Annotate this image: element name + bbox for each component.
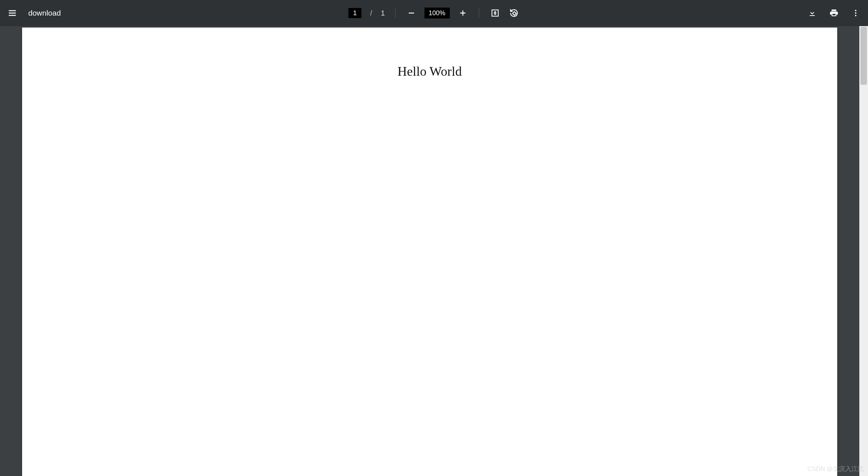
more-vert-icon — [851, 9, 860, 17]
hamburger-icon — [8, 8, 17, 18]
fit-page-icon — [490, 8, 500, 18]
rotate-icon — [509, 8, 519, 18]
plus-icon — [459, 9, 467, 17]
document-viewport[interactable]: Hello World — [0, 26, 859, 476]
zoom-out-button[interactable] — [405, 7, 417, 19]
zoom-in-button[interactable] — [457, 7, 468, 19]
page-total: 1 — [381, 9, 385, 17]
document-title: download — [28, 9, 61, 17]
page-heading: Hello World — [22, 64, 837, 79]
svg-rect-9 — [513, 12, 516, 15]
menu-button[interactable] — [7, 7, 18, 19]
download-button[interactable] — [806, 7, 818, 19]
print-button[interactable] — [828, 7, 840, 19]
svg-point-12 — [855, 15, 856, 16]
svg-point-10 — [855, 10, 856, 11]
fit-to-page-button[interactable] — [489, 7, 501, 19]
divider — [479, 8, 479, 18]
page-number-input[interactable] — [349, 8, 362, 18]
more-options-button[interactable] — [850, 7, 861, 19]
print-icon — [829, 8, 839, 18]
vertical-scrollbar[interactable] — [859, 26, 868, 476]
rotate-button[interactable] — [508, 7, 519, 19]
viewer-wrap: Hello World — [0, 26, 868, 476]
zoom-level-display[interactable]: 100% — [424, 8, 450, 18]
scroll-thumb[interactable] — [860, 27, 867, 85]
pdf-toolbar: download / 1 100% — [0, 0, 868, 26]
page-separator: / — [370, 9, 372, 17]
svg-point-11 — [855, 12, 856, 14]
divider — [395, 8, 395, 18]
minus-icon — [407, 9, 415, 17]
download-icon — [808, 9, 817, 17]
pdf-page: Hello World — [22, 28, 837, 476]
